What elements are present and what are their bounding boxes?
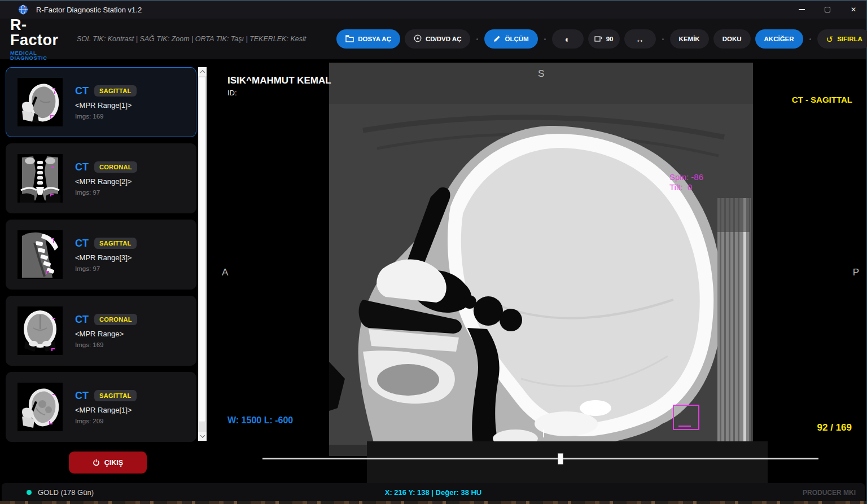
chevron-up-icon [200,70,204,74]
slice-counter: 92 / 169 [817,422,852,433]
ct-sagittal-image[interactable] [329,63,753,456]
series-thumbnail [17,230,63,279]
series-meta: CT CORONAL <MPR Range> Imgs: 169 [75,314,137,348]
series-range: <MPR Range[1]> [75,101,137,109]
orientation-marker-superior: S [538,68,544,80]
cursor-info: X: 216 Y: 138 | Değer: 38 HU [385,488,482,497]
license-status-icon [27,490,32,495]
window-tissue-label: DOKU [722,36,742,42]
series-plane-badge: CORONAL [94,314,137,325]
minimize-button[interactable] [789,1,815,19]
window-controls: ✕ [789,1,866,19]
series-range: <MPR Range[2]> [75,177,137,186]
app-icon [18,5,28,15]
series-card[interactable]: CT SAGITTAL <MPR Range[3]> Imgs: 97 [6,220,196,290]
reset-icon: ↺ [826,35,834,43]
header-toolbar: R-Factor MEDICAL DIAGNOSTIC SOL TIK: Kon… [0,19,866,60]
scrollbar-thumb[interactable] [199,77,206,422]
window-level-label: W: 1500 L: -600 [227,415,293,426]
slice-slider-zone [367,441,768,483]
series-thumbnail [17,306,63,355]
series-modality: CT [75,238,89,249]
app-logo: R-Factor MEDICAL DIAGNOSTIC [10,17,67,61]
maximize-button[interactable] [815,1,840,19]
open-file-label: DOSYA AÇ [358,36,391,42]
slice-slider-thumb[interactable] [558,453,563,464]
window-bone-button[interactable]: KEMİK [670,29,709,49]
toolbar-separator [809,38,811,40]
series-image-count: Imgs: 209 [75,418,137,424]
series-plane-badge: CORONAL [94,161,137,173]
series-card[interactable]: CT CORONAL <MPR Range[2]> Imgs: 97 [6,143,196,213]
series-thumbnail [17,383,63,431]
open-file-button[interactable]: DOSYA AÇ [336,29,400,49]
statusbar: GOLD (178 Gün) X: 216 Y: 138 | Değer: 38… [2,483,865,502]
window-lung-button[interactable]: AKCİĞER [755,29,803,49]
titlebar: R-Factor Diagnostic Station v1.2 ✕ [0,1,866,19]
measure-button[interactable]: ÖLÇÜM [484,29,537,49]
series-card[interactable]: CT SAGITTAL <MPR Range[1]> Imgs: 209 [6,372,196,442]
toolbar-separator [662,38,664,40]
invert-button[interactable]: ◐ [552,29,584,49]
series-meta: CT SAGITTAL <MPR Range[1]> Imgs: 169 [75,85,137,120]
roi-box[interactable] [673,405,699,430]
patient-id: ID: [227,89,237,97]
series-list: CT SAGITTAL <MPR Range[1]> Imgs: 169 CT … [6,67,196,448]
main-area: CT SAGITTAL <MPR Range[1]> Imgs: 169 CT … [0,60,866,483]
series-plane-badge: SAGITTAL [94,85,137,97]
series-range: <MPR Range[1]> [75,406,137,414]
series-meta: CT SAGITTAL <MPR Range[1]> Imgs: 209 [75,390,137,424]
orientation-marker-posterior: P [853,267,859,278]
series-plane-badge: SAGITTAL [94,390,137,401]
series-meta: CT CORONAL <MPR Range[2]> Imgs: 97 [75,161,137,196]
chevron-down-icon [200,433,204,437]
measure-label: ÖLÇÜM [505,36,528,42]
window-tissue-button[interactable]: DOKU [713,29,751,49]
scroll-down-button[interactable] [198,432,207,441]
close-button[interactable]: ✕ [840,1,866,19]
rotate-90-label: 90 [606,36,614,42]
toolbar-separator [544,38,546,40]
producer-label: PRODUCER MKI [803,489,856,497]
series-plane-badge: SAGITTAL [94,238,137,249]
image-viewport[interactable]: ISIK^MAHMUT KEMAL ID: CT - SAGITTAL S A … [214,60,866,483]
open-cd-label: CD/DVD AÇ [426,36,461,42]
minimize-icon [799,9,805,10]
series-modality: CT [75,390,89,402]
license-status-text: GOLD (178 Gün) [38,488,94,497]
series-meta: CT SAGITTAL <MPR Range[3]> Imgs: 97 [75,238,137,272]
logo-title: R-Factor [10,17,67,48]
reset-label: SIFIRLA [837,36,862,42]
series-image-count: Imgs: 97 [75,189,137,196]
series-card[interactable]: CT CORONAL <MPR Range> Imgs: 169 [6,296,196,366]
slice-slider-track[interactable] [262,458,818,459]
series-modality: CT [75,161,89,173]
orientation-marker-anterior: A [222,267,228,278]
pencil-icon [493,35,501,43]
series-card[interactable]: CT SAGITTAL <MPR Range[1]> Imgs: 169 [6,67,196,137]
flip-horizontal-button[interactable]: ↔ [624,29,656,49]
rotate-90-button[interactable]: 90 [588,29,620,49]
tilt-value: Tilt: 0 [669,182,692,192]
series-sidebar: CT SAGITTAL <MPR Range[1]> Imgs: 169 CT … [0,60,214,483]
open-cd-button[interactable]: CD/DVD AÇ [405,29,470,49]
series-description-label: CT - SAGITTAL [792,95,852,104]
series-thumbnail [17,78,63,126]
series-range: <MPR Range> [75,330,137,338]
desktop-edge-strip [0,501,866,504]
series-modality: CT [75,85,89,97]
scroll-up-button[interactable] [198,67,207,76]
sidebar-scrollbar[interactable] [198,67,207,441]
exit-button[interactable]: ÇIKIŞ [69,452,147,474]
power-icon [93,459,100,466]
invert-icon: ◐ [565,35,570,43]
mouse-hint-text: SOL TIK: Kontrast | SAĞ TIK: Zoom | ORTA… [77,35,306,43]
reset-button[interactable]: ↺ SIFIRLA [817,29,867,49]
rotate-icon [594,35,602,43]
mpr-spin-tilt-annotation: Spin: -86Tilt: 0 [669,172,703,192]
spin-value: Spin: -86 [669,172,703,182]
toolbar: DOSYA AÇ CD/DVD AÇ ÖLÇÜM ◐ [336,28,867,50]
window-title: R-Factor Diagnostic Station v1.2 [36,6,142,14]
folder-icon [345,35,354,43]
flip-horizontal-icon: ↔ [636,35,644,43]
